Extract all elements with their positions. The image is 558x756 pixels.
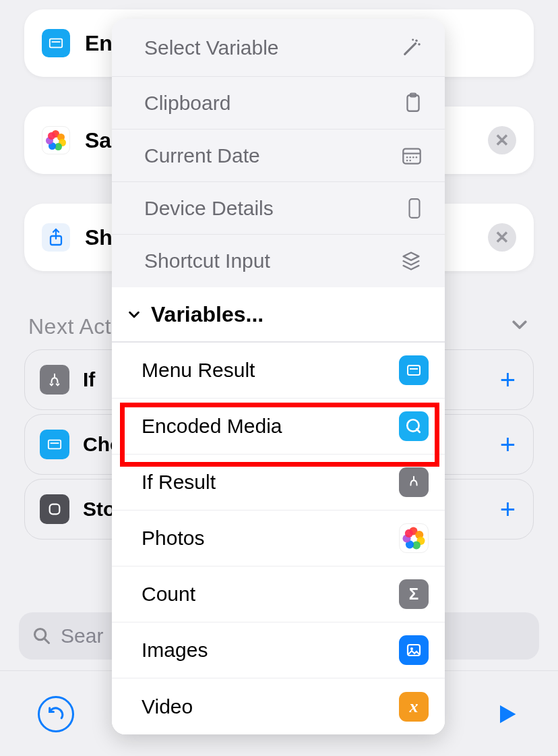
magic-wand-icon (400, 37, 422, 59)
variable-video[interactable]: Video x (112, 678, 445, 734)
variable-if-result[interactable]: If Result (112, 455, 445, 511)
variable-count[interactable]: Count Σ (112, 566, 445, 622)
svg-rect-22 (408, 366, 420, 375)
chevron-down-icon[interactable] (509, 314, 530, 335)
variable-label: Menu Result (142, 359, 255, 382)
svg-point-26 (410, 647, 413, 650)
variable-encoded-media[interactable]: Encoded Media (112, 399, 445, 455)
svg-point-18 (416, 156, 418, 158)
next-action-label: Next Act (28, 314, 111, 339)
variable-menu-result[interactable]: Menu Result (112, 343, 445, 399)
add-suggestion-button[interactable]: + (500, 430, 516, 460)
row-label: Current Date (144, 144, 260, 167)
svg-point-16 (409, 156, 411, 158)
square-icon (40, 494, 69, 524)
variable-label: Images (142, 639, 208, 662)
variable-label: Photos (142, 527, 204, 550)
add-suggestion-button[interactable]: + (500, 365, 516, 395)
menu-icon (40, 430, 69, 459)
variables-section: Variables... Menu Result Encoded Media I… (112, 287, 445, 734)
svg-rect-5 (50, 504, 60, 515)
add-suggestion-button[interactable]: + (500, 494, 516, 525)
row-label: Shortcut Input (144, 250, 270, 272)
clipboard-icon (404, 92, 422, 114)
svg-point-19 (406, 159, 408, 161)
sigma-icon: Σ (399, 579, 429, 609)
row-label: Select Variable (144, 36, 279, 59)
svg-point-8 (415, 39, 417, 41)
encode-icon (42, 29, 70, 57)
calendar-icon (402, 146, 422, 165)
section-header-label: Variables... (151, 302, 264, 327)
menu-result-icon (399, 355, 429, 385)
branch-icon (399, 467, 429, 497)
run-button[interactable] (493, 701, 520, 728)
svg-line-7 (44, 639, 49, 643)
variable-label: If Result (142, 471, 216, 494)
undo-button[interactable] (38, 696, 74, 732)
svg-point-17 (412, 156, 414, 158)
variable-label: Video (142, 695, 193, 718)
layers-icon (400, 251, 422, 271)
variable-images[interactable]: Images (112, 622, 445, 678)
action-card-title: Sa (85, 128, 111, 153)
svg-point-20 (409, 159, 411, 161)
svg-point-15 (406, 156, 408, 158)
variables-section-header[interactable]: Variables... (112, 287, 445, 343)
search-icon (32, 627, 51, 645)
svg-rect-13 (403, 148, 420, 163)
select-variable-row[interactable]: Select Variable (112, 19, 445, 77)
svg-point-9 (418, 42, 420, 45)
svg-point-10 (412, 38, 414, 40)
svg-rect-4 (51, 442, 59, 444)
shortcut-input-row[interactable]: Shortcut Input (112, 235, 445, 287)
svg-rect-3 (49, 440, 61, 449)
variable-label: Count (142, 583, 195, 606)
device-icon (407, 198, 422, 219)
device-details-row[interactable]: Device Details (112, 182, 445, 235)
photos-flower-icon (399, 523, 429, 553)
svg-rect-23 (410, 368, 418, 370)
branch-icon (40, 365, 69, 395)
row-label: Clipboard (144, 92, 230, 115)
action-card-title: En (85, 31, 113, 56)
clipboard-row[interactable]: Clipboard (112, 77, 445, 129)
search-placeholder: Sear (61, 624, 103, 647)
quicktime-icon (399, 411, 429, 441)
suggestion-label: If (83, 368, 95, 391)
svg-rect-0 (50, 39, 62, 48)
x-variable-icon: x (399, 692, 429, 722)
current-date-row[interactable]: Current Date (112, 129, 445, 182)
suggestion-label: Sto (83, 498, 115, 521)
image-icon (399, 635, 429, 665)
photos-icon (42, 126, 70, 154)
svg-rect-1 (52, 41, 61, 42)
row-label: Device Details (144, 197, 274, 220)
delete-action-button[interactable]: ✕ (488, 223, 516, 252)
chevron-down-icon (127, 307, 142, 322)
svg-rect-21 (410, 199, 420, 218)
share-icon (42, 223, 70, 252)
variable-picker-popup: Select Variable Clipboard Current Date D… (112, 19, 445, 734)
variable-photos[interactable]: Photos (112, 511, 445, 566)
variable-label: Encoded Media (142, 415, 282, 438)
delete-action-button[interactable]: ✕ (488, 126, 516, 154)
svg-rect-11 (407, 95, 418, 111)
